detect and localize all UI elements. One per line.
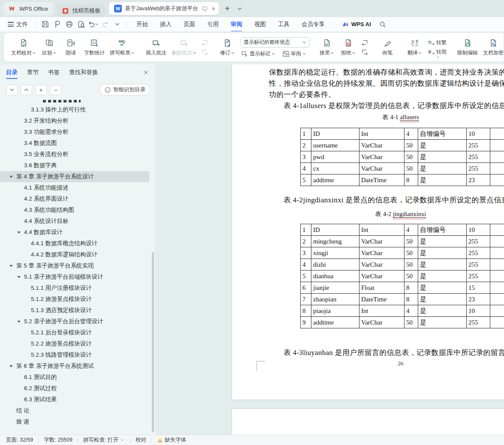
outline-item[interactable]: 结 论 — [0, 405, 149, 416]
menu-tab-review[interactable]: 审阅 — [225, 18, 248, 30]
new-tab-button[interactable]: + — [222, 4, 232, 13]
menu-tab-tools[interactable]: 工具 — [272, 18, 295, 30]
outline-item[interactable]: 3.3 功能需求分析 — [0, 126, 149, 138]
sidebar-scrollbar[interactable] — [152, 252, 154, 432]
document-page[interactable]: 保数据库的稳定运行、数据的准确存储和高效查询，进而支持业务决策的准确 性，推动企… — [232, 64, 504, 400]
zoom-out-outline-button[interactable]: − — [50, 85, 61, 95]
outline-item[interactable]: 5.2.3 线路管理模块设计 — [0, 349, 149, 361]
menu-tab-member[interactable]: 会员专享 — [296, 18, 330, 30]
next-change-button[interactable] — [360, 48, 369, 56]
menu-tab-insert[interactable]: 插入 — [154, 18, 177, 30]
missing-font-warning[interactable]: 缺失字体 — [157, 436, 186, 444]
outline-item[interactable]: 4.4 数据库设计 — [0, 227, 149, 238]
outline-item[interactable]: 6.3 测试结果 — [0, 394, 149, 405]
proofread-button[interactable]: 校对 — [136, 436, 146, 444]
collapse-all-button[interactable] — [21, 85, 32, 95]
menu-tab-page[interactable]: 页面 — [178, 18, 201, 30]
output-pdf-button[interactable] — [51, 19, 63, 30]
undo-button[interactable] — [88, 19, 99, 30]
collapse-triangle-icon[interactable] — [17, 276, 24, 278]
save-button[interactable] — [39, 19, 51, 30]
spellcheck-indicator[interactable]: 拼写检查: 打开 — [83, 436, 125, 444]
outline-item[interactable]: 4.1 系统功能描述 — [0, 182, 149, 193]
next-document-page[interactable] — [232, 409, 504, 435]
outline-item[interactable]: 第 5 章 亲子旅游平台系统实现 — [0, 260, 149, 271]
collapse-triangle-icon[interactable] — [9, 365, 16, 367]
markup-state-combobox[interactable]: 显示标记的最终状态 — [240, 37, 310, 48]
outline-item[interactable]: 4.4 系统设计目标 — [0, 216, 149, 227]
page-indicator[interactable]: 页面: 32/59 — [6, 436, 33, 444]
track-changes-button[interactable]: 修订 — [217, 36, 238, 58]
outline-item[interactable]: 第 4 章 亲子旅游平台系统设计 — [0, 171, 149, 182]
collapse-triangle-icon[interactable] — [9, 176, 16, 178]
smart-toc-button[interactable]: 智能识别目录 — [100, 84, 150, 96]
table-cell: 自增编号 — [418, 224, 467, 236]
collapse-triangle-icon[interactable] — [17, 232, 24, 234]
collapse-triangle-icon[interactable] — [17, 321, 24, 323]
document-workspace[interactable]: 保数据库的稳定运行、数据的准确存储和高效查询，进而支持业务决策的准确 性，推动企… — [156, 64, 504, 435]
menu-tab-reference[interactable]: 引用 — [202, 18, 224, 30]
reject-button[interactable]: 拒绝 — [338, 36, 359, 58]
reviewing-pane-button[interactable]: 审阅 — [281, 50, 307, 57]
outline-item[interactable]: 第 6 章 亲子旅游平台系统测试 — [0, 361, 149, 372]
collapse-triangle-icon[interactable] — [9, 265, 16, 267]
tab-wps-home[interactable]: WPS Office — [3, 2, 53, 15]
outline-item[interactable]: 3.6 数据字典 — [0, 160, 149, 171]
show-markup-button[interactable]: 显示标记 — [240, 50, 276, 57]
to-traditional-button[interactable]: 简转繁 — [427, 39, 447, 46]
spellcheck-button[interactable]: ABC拼写检查 — [108, 36, 137, 58]
sidebar-tab-toc[interactable]: 目录 — [6, 65, 18, 80]
file-menu-button[interactable]: 文件 — [4, 19, 31, 30]
outline-item[interactable]: 4.3 系统功能结构图 — [0, 204, 149, 216]
wps-ai-button[interactable]: WPS AI — [338, 21, 374, 28]
sidebar-tab-chapters[interactable]: 章节 — [27, 65, 39, 80]
encrypt-document-button[interactable]: 文档加密 — [481, 36, 504, 58]
table-jingdianxinxi[interactable]: 1IDInt4自增编号102mingchengVarChar50是2553xin… — [300, 224, 504, 328]
ribbon-resize-icon[interactable] — [435, 53, 440, 61]
menu-tab-home[interactable]: 开始 — [131, 18, 154, 30]
outline-item[interactable]: 5.1.1 用户注册模块设计 — [0, 283, 149, 294]
prev-change-button[interactable] — [360, 39, 369, 46]
outline-item[interactable]: 3.4 数据流图 — [0, 138, 149, 149]
more-commands-button[interactable] — [112, 19, 123, 30]
compare-button[interactable]: 比较 — [39, 36, 60, 58]
read-aloud-button[interactable]: 朗读 — [60, 36, 81, 58]
expand-all-button[interactable] — [6, 85, 18, 95]
outline-item[interactable]: 5.1.3 酒店预定模块设计 — [0, 305, 149, 316]
sidebar-tab-bookmarks[interactable]: 书签 — [48, 65, 60, 80]
tab-docer[interactable]: 找稻壳模板 — [57, 4, 106, 17]
smart-toc-icon — [104, 87, 111, 93]
search-button[interactable] — [375, 20, 390, 29]
tab-list-chevron-icon[interactable] — [236, 5, 243, 12]
accept-button[interactable]: 接受 — [317, 36, 337, 58]
outline-item[interactable]: 3.5 业务流程分析 — [0, 149, 149, 160]
translate-button[interactable]: 文A翻译 — [404, 36, 425, 58]
insert-comment-button[interactable]: 插入批注 — [144, 36, 169, 58]
outline-item[interactable]: 5.2.1 后台登录模块设计 — [0, 327, 149, 338]
word-count-indicator[interactable]: 字数: 25509 — [44, 436, 72, 444]
outline-item[interactable]: 5.1.2 旅游景点模块设计 — [0, 294, 149, 305]
zoom-in-outline-button[interactable]: + — [35, 85, 47, 95]
outline-item[interactable]: 4.2 系统界面设计 — [0, 193, 149, 204]
doc-proofread-button[interactable]: a文档校对 — [9, 36, 38, 58]
tab-document[interactable]: W 基于JavaWeb的亲子旅游平台 — [109, 2, 219, 15]
close-sidebar-icon[interactable] — [142, 69, 149, 76]
outline-item[interactable]: 致 谢 — [0, 416, 149, 427]
outline-item[interactable]: 5.1 亲子旅游平台前端模块设计 — [0, 271, 149, 283]
outline-item[interactable]: 6.2 测试过程 — [0, 383, 149, 394]
outline-item[interactable]: 5.2 亲子旅游平台后台管理设计 — [0, 316, 149, 327]
outline-item[interactable]: 4.4.2 数据库逻辑结构设计 — [0, 249, 149, 260]
sidebar-tab-find-replace[interactable]: 查找和替换 — [69, 65, 98, 80]
outline-item[interactable]: 3.2 开发结构分析 — [0, 115, 149, 126]
word-count-button[interactable]: 12字数统计 — [82, 36, 107, 58]
outline-item[interactable]: 5.2.2 旅游景点模块设计 — [0, 338, 149, 349]
table-allusers[interactable]: 1IDInt4自增编号102usernameVarChar50是2553pwdV… — [300, 128, 504, 186]
menu-tab-view[interactable]: 视图 — [249, 18, 272, 30]
ink-pen-button[interactable]: 画笔 — [377, 36, 398, 58]
print-button[interactable] — [63, 19, 75, 30]
outline-item[interactable]: 6.1 测试目的 — [0, 372, 149, 383]
outline-item[interactable]: 4.4.1 数据库概念结构设计 — [0, 238, 149, 249]
restrict-editing-button[interactable]: 限制编辑 — [455, 36, 480, 58]
print-preview-button[interactable] — [75, 19, 87, 30]
outline-item[interactable]: 3.1.3 操作上的可行性 — [0, 104, 149, 115]
